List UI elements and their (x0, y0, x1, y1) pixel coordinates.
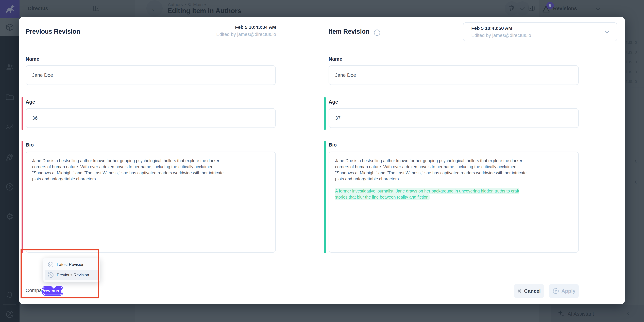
age-label: Age (26, 99, 35, 105)
bio-label: Bio (328, 142, 337, 148)
module-help[interactable]: ? (6, 183, 14, 191)
name-input[interactable]: Jane Doe (328, 65, 579, 85)
previous-revision-meta: Feb 5 10:43:34 AM Edited by james@direct… (216, 25, 276, 37)
gear-icon: ⚙ (6, 212, 14, 221)
name-input[interactable]: Jane Doe (26, 65, 276, 85)
bio-input[interactable]: Jane Doe is a bestselling author known f… (26, 152, 276, 253)
version-icon: ↻ (188, 2, 192, 7)
revisions-count-badge: 6 (546, 2, 554, 9)
module-files[interactable] (6, 93, 14, 101)
directus-app: ? ⚙ Directus ← Authors • ↻ Main ▾ Editin… (0, 0, 644, 322)
apply-label: Apply (561, 288, 575, 294)
panels-divider (323, 17, 323, 304)
previous-revision-title: Previous Revision (26, 28, 80, 35)
change-indicator-removed (22, 141, 23, 253)
chevron-down-icon (595, 6, 601, 12)
check-circle-icon (47, 261, 54, 268)
selected-revision-edited-by: Edited by james@directus.io (471, 33, 531, 38)
back-button[interactable]: ← (146, 0, 162, 17)
revisions-label: Revisions (553, 6, 577, 11)
module-bar: ? ⚙ (0, 0, 20, 322)
check-icon (519, 5, 526, 12)
module-users[interactable] (6, 63, 14, 71)
breadcrumb[interactable]: Authors • ↻ Main ▾ (168, 2, 206, 7)
revision-compare-modal: Previous Revision Feb 5 10:43:34 AM Edit… (19, 17, 625, 304)
bio-unchanged-text: Jane Doe is a bestselling author known f… (335, 158, 526, 181)
ai-assistant-label: AI Assistant (568, 311, 594, 317)
name-label: Name (26, 56, 40, 62)
page-title: Editing Item in Authors (168, 7, 241, 15)
save-item-button[interactable] (516, 1, 530, 16)
panel-collapse-icon (92, 5, 100, 12)
apply-button[interactable]: Apply (549, 284, 579, 298)
nav-collapse-button[interactable] (92, 5, 100, 12)
revision-list-item[interactable]: tus.io (626, 50, 644, 55)
item-revision-title: Item Revision (328, 28, 370, 35)
sparkle-icon (557, 309, 565, 317)
menu-caret (51, 286, 56, 289)
menu-item-previous-revision[interactable]: Previous Revision (45, 270, 98, 280)
breadcrumb-branch[interactable]: Main (193, 2, 203, 7)
directus-logo[interactable] (0, 0, 20, 18)
revision-selector[interactable]: Feb 5 10:43:50 AM Edited by james@direct… (463, 23, 617, 41)
age-label: Age (328, 99, 338, 105)
compare-target-menu: Latest Revision Previous Revision (43, 258, 100, 282)
notifications-button[interactable] (6, 290, 14, 298)
revision-list-item[interactable]: tus.io (626, 79, 644, 84)
compare-target-value: Previous (41, 288, 59, 293)
rabbit-logo-icon (4, 4, 15, 14)
avatar-icon (6, 310, 14, 319)
insights-icon (6, 123, 14, 131)
footer-divider (19, 276, 625, 276)
back-arrow-icon: ← (151, 4, 158, 13)
age-input[interactable]: 37 (328, 108, 579, 128)
bio-input[interactable]: Jane Doe is a bestselling author known f… (328, 152, 579, 253)
info-icon (373, 29, 381, 36)
previous-revision-edited-by: Edited by james@directus.io (216, 32, 276, 37)
ai-collapse-button[interactable]: ‹ (627, 309, 629, 317)
revision-list-item[interactable]: tus.io (626, 69, 644, 74)
rocket-icon (6, 153, 14, 161)
close-icon (517, 289, 522, 293)
menu-item-label: Previous Revision (57, 273, 89, 277)
users-icon (6, 63, 14, 71)
menu-item-label: Latest Revision (57, 262, 84, 267)
ai-assistant-bar[interactable] (551, 305, 644, 322)
module-content-active[interactable] (0, 18, 20, 36)
apply-upload-icon (552, 287, 559, 294)
menu-item-latest-revision[interactable]: Latest Revision (45, 259, 98, 270)
revision-list-divider (626, 88, 644, 88)
chevron-left-icon[interactable]: ‹ (634, 157, 637, 164)
item-revision-info[interactable] (373, 29, 381, 36)
change-indicator-added (324, 97, 326, 130)
revisions-collapse-button[interactable] (595, 6, 601, 12)
bell-icon (6, 290, 14, 298)
change-indicator-added (324, 141, 326, 253)
revision-list-item[interactable]: tus.io (626, 59, 644, 65)
bio-label: Bio (26, 142, 34, 148)
app-title: Directus (28, 6, 48, 11)
module-marketplace[interactable] (6, 153, 14, 161)
chevron-down-icon (604, 29, 610, 35)
content-cube-icon (6, 23, 14, 32)
trash-icon (508, 5, 516, 12)
module-bar-divider (3, 304, 16, 304)
cancel-button[interactable]: Cancel (514, 284, 544, 298)
svg-text:?: ? (8, 184, 11, 189)
sidebar-toggle-button[interactable] (528, 5, 535, 12)
module-insights[interactable] (6, 123, 14, 131)
breadcrumb-collection[interactable]: Authors (168, 2, 183, 7)
age-input[interactable]: 36 (26, 108, 276, 128)
revision-list-item[interactable]: tus.io (626, 40, 644, 45)
history-icon (47, 272, 54, 278)
cancel-label: Cancel (524, 288, 541, 294)
chevron-down-icon: ▾ (204, 3, 206, 7)
help-icon: ? (6, 183, 14, 191)
module-settings[interactable]: ⚙ (0, 212, 20, 221)
user-avatar[interactable] (6, 310, 14, 319)
previous-revision-timestamp: Feb 5 10:43:34 AM (216, 25, 276, 30)
selected-revision-timestamp: Feb 5 10:43:50 AM (471, 26, 512, 31)
swap-icon: ⇄ (60, 288, 64, 293)
chevron-left-icon[interactable]: ‹ (634, 177, 637, 185)
breadcrumb-separator: • (185, 2, 186, 7)
